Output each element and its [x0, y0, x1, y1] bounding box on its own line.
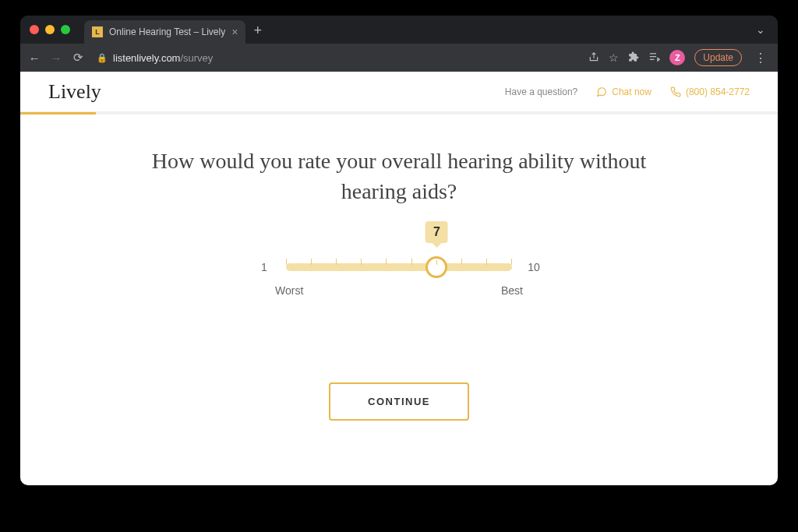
slider-track[interactable]: 7: [286, 263, 512, 271]
continue-button[interactable]: CONTINUE: [329, 382, 469, 421]
slider-best-label: Best: [501, 284, 523, 297]
page-content: Lively Have a question? Chat now (800) 8…: [20, 72, 778, 485]
reload-button[interactable]: ⟳: [72, 51, 84, 65]
browser-window: L Online Hearing Test – Lively × + ⌄ ← →…: [20, 16, 778, 485]
playlist-icon[interactable]: [648, 51, 660, 65]
question-prompt: Have a question?: [505, 86, 577, 97]
chat-now-label: Chat now: [612, 86, 651, 97]
slider-min-number: 1: [255, 261, 274, 273]
forward-button[interactable]: →: [50, 51, 62, 65]
browser-menu-button[interactable]: ⋮: [751, 51, 770, 65]
maximize-window-button[interactable]: [61, 25, 70, 34]
profile-avatar[interactable]: Z: [669, 50, 685, 65]
back-button[interactable]: ←: [28, 51, 41, 65]
share-icon[interactable]: [588, 51, 599, 65]
url-path: /survey: [180, 52, 213, 64]
chat-now-link[interactable]: Chat now: [596, 86, 651, 97]
survey-container: How would you rate your overall hearing …: [150, 115, 648, 421]
slider-labels: Worst Best: [272, 284, 526, 297]
window-controls: [30, 25, 70, 34]
chat-icon: [596, 86, 607, 97]
new-tab-button[interactable]: +: [253, 23, 262, 37]
favicon-icon: L: [92, 26, 103, 37]
lock-icon: 🔒: [97, 53, 108, 63]
tab-title: Online Hearing Test – Lively: [109, 26, 225, 37]
close-window-button[interactable]: [30, 25, 39, 34]
tab-bar: L Online Hearing Test – Lively × + ⌄: [20, 16, 778, 44]
extensions-icon[interactable]: [628, 51, 639, 65]
slider-worst-label: Worst: [275, 284, 303, 297]
update-button[interactable]: Update: [694, 49, 742, 66]
phone-link[interactable]: (800) 854-2772: [670, 86, 750, 97]
bookmark-icon[interactable]: ☆: [609, 51, 619, 64]
rating-slider[interactable]: 1 7 10: [150, 261, 648, 273]
slider-thumb[interactable]: [425, 256, 447, 278]
tab-close-button[interactable]: ×: [231, 26, 238, 38]
url-field[interactable]: 🔒 listenlively.com/survey: [97, 52, 213, 64]
site-logo[interactable]: Lively: [48, 80, 101, 104]
site-header: Lively Have a question? Chat now (800) 8…: [20, 72, 778, 112]
minimize-window-button[interactable]: [45, 25, 55, 34]
progress-fill: [20, 112, 96, 115]
address-bar: ← → ⟳ 🔒 listenlively.com/survey ☆ Z Upda…: [20, 44, 778, 72]
phone-number: (800) 854-2772: [686, 86, 750, 97]
slider-value-tooltip: 7: [425, 221, 448, 243]
survey-question: How would you rate your overall hearing …: [150, 146, 648, 206]
browser-tab[interactable]: L Online Hearing Test – Lively ×: [84, 20, 245, 44]
tabbar-expand-icon[interactable]: ⌄: [756, 23, 770, 36]
slider-max-number: 10: [524, 261, 543, 273]
url-domain: listenlively.com: [113, 52, 180, 64]
phone-icon: [670, 86, 681, 97]
